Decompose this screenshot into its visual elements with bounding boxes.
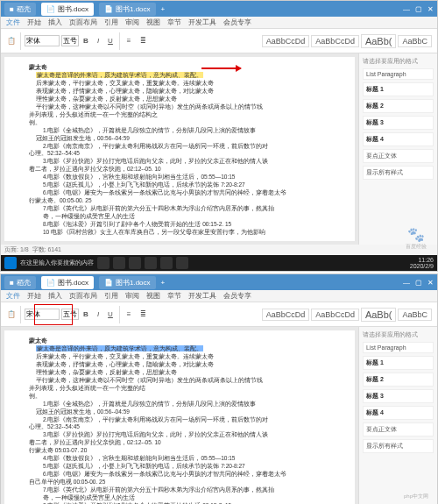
style-normal[interactable]: AaBbCcDd (262, 309, 310, 321)
list-icon[interactable]: ≣ (138, 36, 148, 46)
watermark: php中文网 (399, 483, 434, 504)
task-icon[interactable] (176, 257, 188, 269)
win-close[interactable]: ✕ (427, 279, 434, 287)
tab-doc2[interactable]: 📄 图书1.docx (99, 276, 156, 289)
ribbon-tab-layout[interactable]: 页面布局 (69, 18, 97, 27)
doc-line: 5.电影《赵氏孤儿》，小婴上到飞飞和新的电话，后续承节的装饰 7:20-8:27 (29, 181, 330, 188)
doc-line: 自己单平的电视 00:05-00. 25 (29, 479, 330, 486)
style-item[interactable]: List Paragraph (363, 342, 434, 353)
underline-icon[interactable]: U (105, 36, 116, 46)
style-item[interactable]: List Paragraph (363, 68, 434, 80)
underline-icon[interactable]: U (105, 309, 116, 320)
ribbon-tab-dev[interactable]: 开发工具 (188, 291, 216, 301)
doc-line: 6.电影《电锯》屠安为一条线索另一条线索己比克与小男孩的才智共同的神经，穿着老太… (29, 189, 330, 196)
style-showall[interactable]: 显示所有样式 (363, 439, 434, 453)
ribbon-tab-section[interactable]: 章节 (167, 18, 181, 27)
ribbon-tab-insert[interactable]: 插入 (48, 18, 62, 27)
font-size[interactable] (61, 35, 79, 46)
doc-line: 例。 (29, 119, 330, 126)
doc-line: 理性蒙太奇，杂耍蒙太奇，反射蒙太奇，思想蒙太奇 (29, 369, 330, 376)
tab-home[interactable]: ■ 稻壳 (4, 3, 36, 16)
document-page[interactable]: 蒙太奇 蒙太奇是音译的外来语，原为建筑学术语，意为构成、装配。 后来蒙太奇，平行… (4, 330, 355, 504)
doc-line: 理性蒙太奇，杂耍蒙太奇，反射蒙太奇，思想蒙太奇 (29, 96, 330, 103)
win-max[interactable]: ▢ (415, 279, 422, 287)
style-emph[interactable]: AaBbCcDd (311, 309, 359, 321)
align-left-icon[interactable]: ≡ (124, 36, 134, 46)
tab-add[interactable]: + (161, 279, 166, 287)
page-indicator: 页面: 1/8 (4, 245, 29, 254)
italic-icon[interactable]: I (93, 309, 103, 320)
doc-line: 并列表现，分头叙述而统一在一个完整的结构之 (29, 111, 330, 118)
task-icon[interactable] (129, 257, 141, 269)
ribbon-tab-vip[interactable]: 会员专享 (223, 18, 251, 27)
ribbon-tab-file[interactable]: 文件 (6, 291, 20, 301)
ribbon-tab-view[interactable]: 视图 (146, 291, 160, 301)
win-min[interactable]: — (403, 279, 410, 287)
ribbon-tab-layout[interactable]: 页面布局 (69, 291, 97, 301)
ribbon-tab-start[interactable]: 开始 (27, 291, 41, 301)
ribbon-tab-review[interactable]: 审阅 (125, 18, 139, 27)
ribbon-tab-section[interactable]: 章节 (167, 291, 181, 301)
style-h2[interactable]: AaBbC (398, 309, 432, 321)
doc-line: 平行蒙太奇，这种蒙太奇以不同时空（或同时异地）发生的两条或两条以上的情节线 (29, 377, 330, 384)
style-item[interactable]: 标题 2 (363, 99, 434, 113)
screenshot-bottom: ■ 稻壳 📄 图书.docx 📄 图书1.docx + — ▢ ✕ 文件 开始 … (0, 273, 438, 504)
clock[interactable]: 11:262020/2/9 (410, 257, 434, 269)
task-icon[interactable] (160, 257, 173, 269)
doc-line: 表现蒙太奇，抒情蒙太奇，心理蒙太奇，隐喻蒙太奇，对比蒙太奇 (29, 361, 330, 368)
style-showall[interactable]: 显示所有样式 (363, 166, 434, 180)
task-icon[interactable] (145, 257, 157, 269)
style-item[interactable]: 标题 4 (363, 406, 434, 420)
ribbon-tab-view[interactable]: 视图 (146, 18, 160, 27)
doc-line: 表现蒙太奇，抒情蒙太奇，心理蒙太奇，隐喻蒙太奇，对比蒙太奇 (29, 88, 330, 95)
doc-line: 冠姐王的冠姐发生地，00:56--04:59 (29, 135, 330, 142)
italic-icon[interactable]: I (93, 36, 103, 46)
win-close[interactable]: ✕ (427, 5, 434, 13)
bold-icon[interactable]: B (81, 36, 91, 46)
style-normal[interactable]: AaBbCcDd (262, 35, 310, 47)
style-item[interactable]: 要点正文体 (363, 422, 434, 437)
ribbon-tab-ref[interactable]: 引用 (104, 18, 118, 27)
ribbon-tab-ref[interactable]: 引用 (104, 291, 118, 301)
tab-doc1[interactable]: 📄 图书.docx (41, 276, 94, 289)
doc-title: 蒙太奇 (29, 337, 330, 344)
task-icon[interactable] (97, 257, 110, 269)
font-name[interactable] (25, 35, 60, 46)
ribbon-tabs: 文件 开始 插入 页面布局 引用 审阅 视图 章节 开发工具 会员专享 (1, 17, 437, 29)
start-button[interactable] (4, 257, 17, 269)
win-max[interactable]: ▢ (415, 5, 422, 13)
style-item[interactable]: 标题 1 (363, 356, 434, 370)
style-h1[interactable]: AaBb( (361, 308, 397, 322)
bold-icon[interactable]: B (81, 309, 91, 320)
search-box[interactable]: 在这里输入你要搜索的内容 (20, 259, 94, 267)
style-item[interactable]: 标题 3 (363, 116, 434, 130)
style-h2[interactable]: AaBbC (398, 35, 432, 47)
style-item[interactable]: 要点正文体 (363, 149, 434, 163)
win-min[interactable]: — (403, 5, 410, 13)
ribbon-tab-file[interactable]: 文件 (6, 18, 20, 27)
style-item[interactable]: 标题 1 (363, 82, 434, 96)
style-emph[interactable]: AaBbCcDd (311, 35, 359, 47)
paste-icon[interactable]: 📋 (6, 36, 17, 46)
task-icon[interactable] (113, 257, 125, 269)
tab-doc2[interactable]: 📄 图书1.docx (99, 3, 156, 16)
ribbon-tab-vip[interactable]: 会员专享 (223, 291, 251, 301)
style-item[interactable]: 标题 2 (363, 373, 434, 387)
align-left-icon[interactable]: ≡ (124, 309, 134, 320)
ribbon-tab-dev[interactable]: 开发工具 (188, 18, 216, 27)
tab-doc1[interactable]: 📄 图书.docx (41, 3, 94, 16)
tab-add[interactable]: + (161, 5, 166, 13)
document-page[interactable]: 蒙太奇 蒙太奇是音译的外来语，原为建筑学术语，意为构成、装配。 后来蒙太奇，平行… (4, 57, 355, 241)
ribbon-tab-start[interactable]: 开始 (27, 18, 41, 27)
ribbon-tab-insert[interactable]: 插入 (48, 291, 62, 301)
styles-panel: 请选择要应用的格式 List Paragraph 标题 1 标题 2 标题 3 … (358, 327, 437, 504)
screenshot-top: ■ 稻壳 📄 图书.docx 📄 图书1.docx + — ▢ ✕ 文件 开始 … (0, 0, 438, 272)
paste-icon[interactable]: 📋 (6, 309, 17, 320)
tab-home[interactable]: ■ 稻壳 (4, 276, 36, 289)
ribbon-tab-review[interactable]: 审阅 (125, 291, 139, 301)
list-icon[interactable]: ≣ (138, 309, 148, 320)
style-item[interactable]: 标题 3 (363, 389, 434, 403)
doc-line: 行蒙太奇。00:05-00. 25 (29, 197, 330, 204)
style-item[interactable]: 标题 4 (363, 132, 434, 146)
style-h1[interactable]: AaBb( (361, 34, 397, 48)
